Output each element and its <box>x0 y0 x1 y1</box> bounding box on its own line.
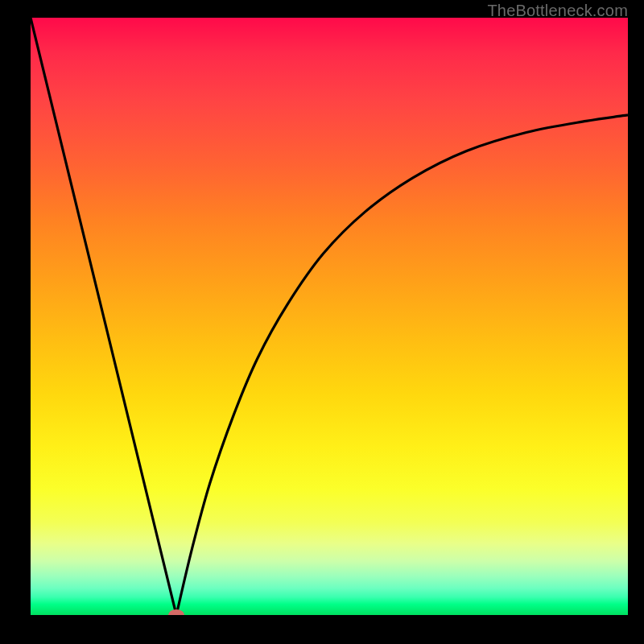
curve-path <box>31 18 628 615</box>
watermark-text: TheBottleneck.com <box>487 2 628 20</box>
optimal-point-marker <box>168 609 184 615</box>
plot-area <box>31 18 628 615</box>
chart-frame: TheBottleneck.com <box>0 0 644 644</box>
bottleneck-curve <box>31 18 628 615</box>
